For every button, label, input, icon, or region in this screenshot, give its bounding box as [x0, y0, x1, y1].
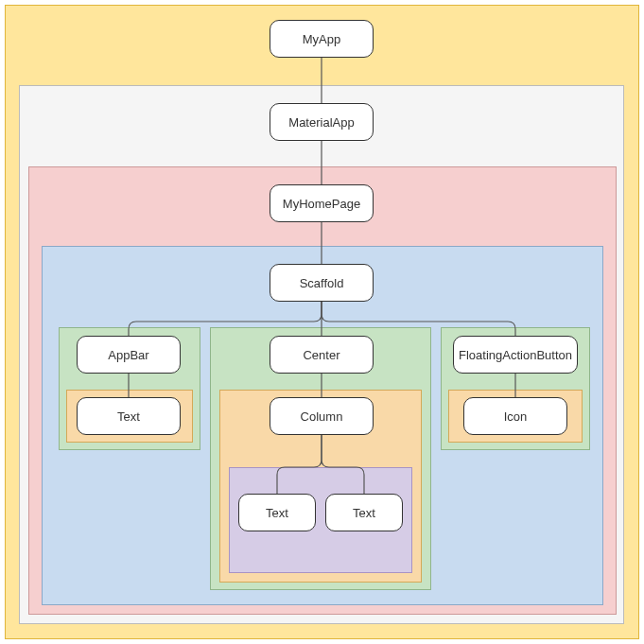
node-myapp: MyApp — [270, 20, 374, 58]
label-myapp: MyApp — [303, 32, 340, 46]
label-text2: Text — [353, 506, 375, 520]
node-myhomepage: MyHomePage — [270, 184, 374, 222]
node-materialapp: MaterialApp — [270, 103, 374, 141]
label-myhomepage: MyHomePage — [283, 197, 360, 211]
node-fab-icon: Icon — [463, 397, 567, 435]
label-center: Center — [303, 348, 339, 362]
node-scaffold: Scaffold — [270, 264, 374, 302]
node-text1: Text — [238, 494, 316, 531]
diagram-canvas: MyApp MaterialApp MyHomePage Scaffold Ap… — [0, 0, 644, 644]
label-fab: FloatingActionButton — [459, 348, 572, 362]
label-column: Column — [301, 409, 343, 424]
node-column: Column — [270, 397, 374, 435]
node-center: Center — [270, 336, 374, 374]
node-fab: FloatingActionButton — [453, 336, 578, 374]
label-materialapp: MaterialApp — [288, 115, 354, 130]
label-scaffold: Scaffold — [300, 276, 344, 290]
label-appbar: AppBar — [108, 348, 148, 362]
node-appbar: AppBar — [77, 336, 181, 374]
node-text2: Text — [325, 494, 403, 531]
label-fab-icon: Icon — [504, 409, 528, 424]
label-appbar-text: Text — [117, 409, 140, 424]
node-appbar-text: Text — [77, 397, 181, 435]
label-text1: Text — [266, 506, 288, 520]
